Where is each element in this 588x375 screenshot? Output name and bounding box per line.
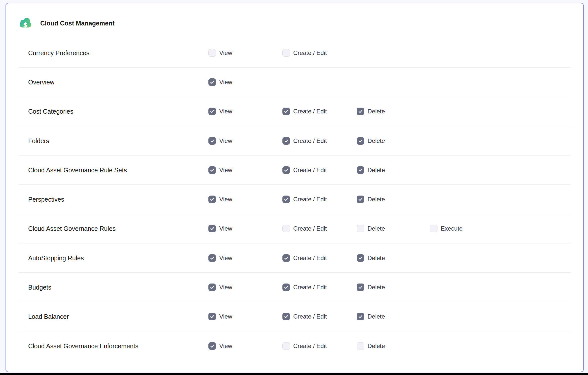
permission-cell: Delete [357,342,385,350]
permission-cell: Create / Edit [282,49,327,57]
checkmark-icon [210,109,215,114]
view-checkbox[interactable] [208,78,216,86]
permission-cell: Create / Edit [282,196,327,203]
checkbox-label: Create / Edit [293,49,327,56]
checkbox-label: View [219,79,232,86]
resource-label: Cloud Asset Governance Rule Sets [28,166,127,174]
resource-label: Cost Categories [28,108,73,115]
delete-checkbox[interactable] [357,166,364,174]
view-checkbox[interactable] [208,254,216,262]
view-checkbox[interactable] [208,313,216,320]
permission-row: Currency Preferences View Create / Edit [19,38,571,68]
delete-checkbox[interactable] [357,254,364,262]
delete-checkbox[interactable] [357,313,364,320]
cloud-dollar-icon: $ [19,17,32,29]
permission-cell: Create / Edit [282,225,327,232]
delete-checkbox[interactable] [357,137,364,145]
delete-checkbox[interactable] [357,284,364,291]
delete-checkbox[interactable] [357,108,364,115]
checkbox-label: Create / Edit [293,167,327,174]
create-edit-checkbox[interactable] [282,284,290,291]
create-edit-checkbox[interactable] [282,254,290,262]
dollar-glyph: $ [23,21,28,29]
checkbox-label: Delete [368,108,385,115]
permission-row: Overview View [19,68,571,97]
view-checkbox[interactable] [208,49,216,57]
checkbox-label: Delete [368,284,385,291]
permission-row: Cloud Asset Governance Enforcements View… [19,331,571,361]
permission-cell: Create / Edit [282,284,327,291]
create-edit-checkbox[interactable] [282,166,290,174]
checkmark-icon [284,314,289,319]
resource-label: Cloud Asset Governance Enforcements [28,342,138,350]
view-checkbox[interactable] [208,108,216,115]
permission-row: Cost Categories View Create / Edit Delet… [19,97,571,126]
checkbox-label: View [219,225,232,232]
checkbox-label: View [219,196,232,203]
checkbox-label: Delete [368,313,385,320]
permission-cell: Create / Edit [282,313,327,320]
permission-cell: View [208,166,232,174]
checkbox-label: View [219,284,232,291]
permission-cell: Delete [357,196,385,203]
delete-checkbox[interactable] [357,225,364,232]
permission-row: Perspectives View Create / Edit Delete [19,185,571,214]
view-checkbox[interactable] [208,137,216,145]
checkbox-label: Create / Edit [293,108,327,115]
checkmark-icon [210,285,215,290]
permission-cell: Create / Edit [282,137,327,145]
checkbox-label: Create / Edit [293,342,327,350]
permission-cell: Delete [357,108,385,115]
checkmark-icon [358,197,363,202]
checkbox-label: Execute [441,225,463,232]
checkbox-label: Delete [368,196,385,203]
create-edit-checkbox[interactable] [282,137,290,145]
resource-label: Overview [28,78,54,86]
permission-cell: View [208,254,232,262]
permission-cell: Create / Edit [282,254,327,262]
permission-cell: View [208,78,232,86]
create-edit-checkbox[interactable] [282,49,290,57]
checkmark-icon [210,168,215,173]
checkbox-label: Create / Edit [293,313,327,320]
permission-cell: Execute [430,225,463,232]
delete-checkbox[interactable] [357,342,364,350]
resource-label: AutoStopping Rules [28,254,84,262]
checkbox-label: Delete [368,255,385,262]
resource-label: Folders [28,137,49,144]
permission-row: Cloud Asset Governance Rules View Create… [19,214,571,243]
checkmark-icon [358,256,363,261]
view-checkbox[interactable] [208,225,216,232]
view-checkbox[interactable] [208,196,216,203]
permission-row: Cloud Asset Governance Rule Sets View Cr… [19,155,571,185]
create-edit-checkbox[interactable] [282,225,290,232]
checkbox-label: Delete [368,167,385,174]
permission-row: Load Balancer View Create / Edit Delete [19,302,571,331]
view-checkbox[interactable] [208,284,216,291]
permission-cell: View [208,49,232,57]
execute-checkbox[interactable] [430,225,437,232]
checkbox-label: Create / Edit [293,284,327,291]
checkbox-label: View [219,137,232,144]
checkbox-label: View [219,167,232,174]
view-checkbox[interactable] [208,342,216,350]
checkmark-icon [210,80,215,85]
checkbox-label: Delete [368,342,385,350]
checkmark-icon [358,109,363,114]
permission-cell: View [208,225,232,232]
create-edit-checkbox[interactable] [282,342,290,350]
create-edit-checkbox[interactable] [282,196,290,203]
checkmark-icon [284,256,289,261]
create-edit-checkbox[interactable] [282,313,290,320]
create-edit-checkbox[interactable] [282,108,290,115]
delete-checkbox[interactable] [357,196,364,203]
resource-label: Perspectives [28,196,64,203]
checkbox-label: View [219,255,232,262]
view-checkbox[interactable] [208,166,216,174]
permissions-card: $ Cloud Cost Management Currency Prefere… [6,3,584,372]
checkmark-icon [284,109,289,114]
checkbox-label: View [219,49,232,56]
permission-cell: View [208,108,232,115]
checkmark-icon [358,138,363,143]
permission-cell: View [208,313,232,320]
